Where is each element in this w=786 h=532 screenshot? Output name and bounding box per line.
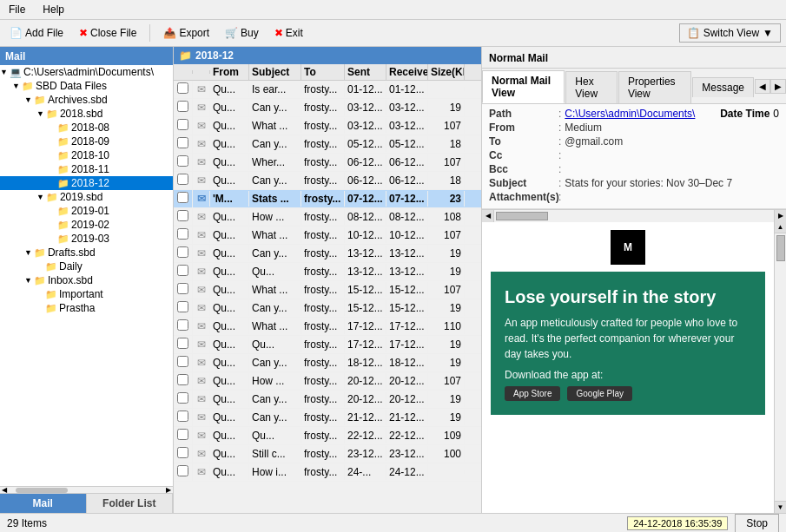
tree-expander[interactable]: ▼ bbox=[36, 193, 44, 201]
row-checkbox[interactable] bbox=[174, 445, 193, 463]
table-row[interactable]: ✉Qu...Can y...frosty...03-12...03-12...1… bbox=[174, 99, 481, 117]
row-checkbox[interactable] bbox=[174, 372, 193, 390]
export-button[interactable]: 📤 Export bbox=[159, 24, 214, 42]
tree-item[interactable]: ▼📁Inbox.sbd bbox=[0, 273, 173, 287]
row-checkbox[interactable] bbox=[174, 318, 193, 335]
table-row[interactable]: ✉Qu...What ...frosty...03-12...03-12...1… bbox=[174, 117, 481, 135]
nav-next-button[interactable]: ▶ bbox=[770, 79, 786, 94]
table-row[interactable]: ✉Qu...Still c...frosty...23-12...23-12..… bbox=[174, 445, 481, 463]
tree-item[interactable]: 📁2018-10 bbox=[0, 148, 173, 162]
row-checkbox[interactable] bbox=[174, 154, 193, 171]
tree-item[interactable]: 📁2019-02 bbox=[0, 218, 173, 232]
tree-item[interactable]: 📁2018-09 bbox=[0, 135, 173, 148]
row-checkbox[interactable] bbox=[174, 281, 193, 299]
row-checkbox[interactable] bbox=[174, 245, 193, 262]
tree-item[interactable]: 📁2018-11 bbox=[0, 162, 173, 176]
horiz-scroll-left-btn[interactable]: ◀ bbox=[482, 210, 494, 222]
header-size[interactable]: Size(KB) bbox=[428, 64, 465, 80]
detail-horizontal-scrollbar[interactable]: ◀ ▶ bbox=[482, 209, 786, 221]
row-checkbox[interactable] bbox=[174, 208, 193, 226]
scroll-down-btn[interactable]: ▼ bbox=[775, 501, 786, 513]
app-store-btn[interactable]: App Store bbox=[505, 386, 560, 401]
row-checkbox[interactable] bbox=[174, 227, 193, 244]
tree-item[interactable]: 📁Prastha bbox=[0, 301, 173, 315]
row-checkbox[interactable] bbox=[174, 409, 193, 426]
nav-prev-button[interactable]: ◀ bbox=[755, 79, 770, 94]
tree-expander[interactable]: ▼ bbox=[24, 248, 32, 257]
email-list-body[interactable]: ✉Qu...Is ear...frosty...01-12...01-12...… bbox=[174, 81, 481, 513]
tree-item[interactable]: 📁Daily bbox=[0, 259, 173, 273]
tree-item[interactable]: 📁2019-03 bbox=[0, 232, 173, 246]
tab-folder-list[interactable]: Folder List bbox=[87, 494, 174, 513]
row-checkbox[interactable] bbox=[174, 99, 193, 116]
scroll-up-btn[interactable]: ▲ bbox=[775, 221, 786, 233]
tree-expander[interactable]: ▼ bbox=[36, 109, 44, 118]
header-sent[interactable]: Sent bbox=[345, 64, 386, 80]
row-checkbox[interactable] bbox=[174, 391, 193, 408]
exit-button[interactable]: ✖ Exit bbox=[270, 24, 307, 42]
row-checkbox[interactable] bbox=[174, 81, 193, 98]
tab-properties-view[interactable]: Properties View bbox=[618, 71, 691, 103]
table-row[interactable]: ✉Qu...Wher...frosty...06-12...06-12...10… bbox=[174, 154, 481, 172]
row-checkbox[interactable] bbox=[174, 336, 193, 353]
right-panel-vertical-scrollbar[interactable]: ▲ ▼ bbox=[774, 221, 786, 513]
table-row[interactable]: ✉Qu...What ...frosty...15-12...15-12...1… bbox=[174, 281, 481, 299]
table-row[interactable]: ✉Qu...Can y...frosty...15-12...15-12...1… bbox=[174, 299, 481, 318]
menu-file[interactable]: File bbox=[3, 2, 30, 17]
tab-hex-view[interactable]: Hex View bbox=[565, 71, 618, 103]
row-checkbox[interactable] bbox=[174, 135, 193, 153]
table-row[interactable]: ✉Qu...Qu...frosty...22-12...22-12...109 bbox=[174, 427, 481, 445]
row-checkbox[interactable] bbox=[174, 190, 193, 207]
table-row[interactable]: ✉Qu...What ...frosty...10-12...10-12...1… bbox=[174, 227, 481, 245]
tree-item[interactable]: ▼📁2019.sbd bbox=[0, 190, 173, 204]
tree-item[interactable]: ▼📁2018.sbd bbox=[0, 107, 173, 121]
tree-item[interactable]: ▼📁Archives.sbd bbox=[0, 93, 173, 107]
table-row[interactable]: ✉Qu...What ...frosty...17-12...17-12...1… bbox=[174, 318, 481, 336]
tree-area[interactable]: ▼💻C:\Users\admin\Documents\▼📁SBD Data Fi… bbox=[0, 65, 173, 486]
path-value[interactable]: C:\Users\admin\Documents\ bbox=[565, 108, 695, 120]
tree-item[interactable]: 📁2018-12 bbox=[0, 176, 173, 190]
table-row[interactable]: ✉Qu...How ...frosty...20-12...20-12...10… bbox=[174, 372, 481, 391]
tree-expander[interactable]: ▼ bbox=[0, 68, 8, 76]
tree-item[interactable]: ▼📁Drafts.sbd bbox=[0, 246, 173, 259]
switch-view-button[interactable]: 📋 Switch View ▼ bbox=[679, 23, 781, 43]
tree-expander[interactable]: ▼ bbox=[24, 95, 32, 104]
horizontal-scrollbar[interactable]: ◀ ▶ bbox=[0, 486, 173, 493]
header-from[interactable]: From bbox=[210, 64, 249, 80]
row-checkbox[interactable] bbox=[174, 463, 193, 481]
horiz-scroll-right-btn[interactable]: ▶ bbox=[774, 210, 786, 222]
tree-expander[interactable]: ▼ bbox=[24, 276, 32, 285]
close-file-button[interactable]: ✖ Close File bbox=[75, 24, 141, 42]
table-row[interactable]: ✉Qu...Can y...frosty...13-12...13-12...1… bbox=[174, 245, 481, 263]
menu-help[interactable]: Help bbox=[37, 2, 69, 17]
stop-button[interactable]: Stop bbox=[735, 514, 779, 533]
tree-item[interactable]: ▼📁SBD Data Files bbox=[0, 79, 173, 93]
row-checkbox[interactable] bbox=[174, 172, 193, 189]
table-row[interactable]: ✉Qu...Qu...frosty...17-12...17-12...19 bbox=[174, 336, 481, 354]
table-row[interactable]: ✉Qu...How i...frosty...24-...24-12... bbox=[174, 463, 481, 482]
header-to[interactable]: To bbox=[301, 64, 345, 80]
table-row[interactable]: ✉Qu...Is ear...frosty...01-12...01-12... bbox=[174, 81, 481, 99]
tree-item[interactable]: 📁2018-08 bbox=[0, 121, 173, 135]
row-checkbox[interactable] bbox=[174, 117, 193, 135]
table-row[interactable]: ✉Qu...Can y...frosty...18-12...18-12...1… bbox=[174, 354, 481, 372]
tree-expander[interactable]: ▼ bbox=[12, 82, 20, 90]
tree-item[interactable]: 📁Important bbox=[0, 287, 173, 301]
add-file-button[interactable]: 📄 Add File bbox=[5, 24, 68, 42]
tab-normal-mail-view[interactable]: Normal Mail View bbox=[482, 70, 565, 103]
table-row[interactable]: ✉Qu...Can y...frosty...05-12...05-12...1… bbox=[174, 135, 481, 154]
table-row[interactable]: ✉Qu...Can y...frosty...20-12...20-12...1… bbox=[174, 391, 481, 409]
row-checkbox[interactable] bbox=[174, 263, 193, 280]
row-checkbox[interactable] bbox=[174, 299, 193, 317]
table-row[interactable]: ✉'M...Stats ...frosty...07-12...07-12...… bbox=[174, 190, 481, 208]
row-checkbox[interactable] bbox=[174, 427, 193, 444]
table-row[interactable]: ✉Qu...Qu...frosty...13-12...13-12...19 bbox=[174, 263, 481, 281]
buy-button[interactable]: 🛒 Buy bbox=[221, 24, 263, 42]
tree-item[interactable]: 📁2019-01 bbox=[0, 204, 173, 218]
tab-message[interactable]: Message bbox=[692, 77, 754, 97]
header-receive[interactable]: Receive bbox=[386, 64, 428, 80]
google-play-btn[interactable]: Google Play bbox=[567, 386, 631, 401]
table-row[interactable]: ✉Qu...How ...frosty...08-12...08-12...10… bbox=[174, 208, 481, 227]
tab-mail[interactable]: Mail bbox=[0, 494, 87, 513]
row-checkbox[interactable] bbox=[174, 354, 193, 371]
